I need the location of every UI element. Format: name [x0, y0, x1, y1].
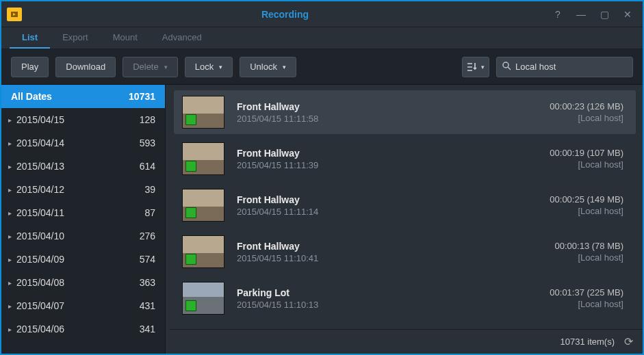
date-label: 2015/04/06 — [16, 324, 64, 334]
expand-icon: ▸ — [8, 279, 12, 287]
date-count: 431 — [140, 300, 155, 311]
date-count: 39 — [144, 184, 155, 195]
date-label: 2015/04/08 — [16, 277, 64, 288]
lock-button[interactable]: Lock ▾ — [185, 57, 233, 77]
recording-thumbnail — [182, 282, 224, 315]
date-label: 2015/04/09 — [16, 254, 64, 265]
statusbar: 10731 item(s) ⟳ — [170, 329, 643, 354]
recording-name: Front Hallway — [237, 101, 318, 112]
sidebar-date-item[interactable]: ▸2015/04/07431 — [1, 294, 165, 317]
delete-button[interactable]: Delete ▾ — [123, 57, 178, 77]
refresh-icon[interactable]: ⟳ — [624, 335, 633, 348]
date-label: 2015/04/14 — [16, 137, 64, 148]
recording-info: Front Hallway2015/04/15 11:11:58 — [237, 101, 318, 124]
search-input[interactable] — [515, 62, 627, 72]
chevron-down-icon: ▾ — [481, 64, 485, 70]
lock-label: Lock — [195, 62, 214, 72]
svg-point-3 — [503, 62, 508, 68]
expand-icon: ▸ — [8, 326, 12, 333]
sidebar-all-dates[interactable]: All Dates 10731 — [1, 85, 165, 108]
recording-row[interactable]: Front Hallway2015/04/15 11:11:1400:00:25… — [174, 183, 636, 227]
sidebar-date-item[interactable]: ▸2015/04/10276 — [1, 224, 165, 248]
recording-duration: 00:00:23 (126 MB) — [550, 101, 623, 111]
sidebar-date-item[interactable]: ▸2015/04/09574 — [1, 248, 165, 271]
window-controls: ? — ▢ ✕ — [548, 7, 637, 22]
recording-row[interactable]: Front Hallway2015/04/15 11:11:5800:00:23… — [174, 90, 636, 134]
tab-advanced[interactable]: Advanced — [150, 27, 214, 49]
date-count: 87 — [144, 207, 155, 218]
recording-thumbnail — [182, 189, 224, 222]
recording-timestamp: 2015/04/15 11:11:39 — [237, 160, 318, 170]
tabbar: ListExportMountAdvanced — [1, 27, 643, 49]
search-box[interactable] — [496, 57, 633, 77]
date-count: 341 — [140, 324, 155, 334]
date-label: 2015/04/12 — [16, 184, 64, 195]
recording-host: [Local host] — [550, 159, 623, 170]
window-title: Recording — [22, 9, 548, 20]
sidebar-date-item[interactable]: ▸2015/04/14593 — [1, 131, 165, 155]
sort-button[interactable]: ▾ — [462, 57, 489, 77]
date-label: 2015/04/10 — [16, 231, 64, 241]
close-icon[interactable]: ✕ — [618, 7, 637, 22]
tab-mount[interactable]: Mount — [101, 27, 150, 49]
chevron-down-icon: ▾ — [283, 64, 286, 70]
recording-info: Parking Lot2015/04/15 11:10:13 — [237, 287, 318, 310]
dates-sidebar: All Dates 10731 ▸2015/04/15128▸2015/04/1… — [1, 85, 166, 354]
recording-host: [Local host] — [550, 299, 623, 309]
unlock-label: Unlock — [250, 62, 277, 72]
status-indicator-icon — [185, 254, 196, 265]
unlock-button[interactable]: Unlock ▾ — [240, 57, 296, 77]
sidebar-date-item[interactable]: ▸2015/04/06341 — [1, 317, 165, 341]
recording-row[interactable]: Parking Lot2015/04/15 11:10:1300:01:37 (… — [174, 276, 636, 320]
recording-thumbnail — [182, 142, 224, 175]
recording-name: Front Hallway — [237, 148, 318, 159]
svg-line-4 — [508, 67, 511, 70]
expand-icon: ▸ — [8, 140, 12, 147]
date-count: 614 — [140, 161, 155, 172]
date-label: 2015/04/15 — [16, 114, 64, 125]
sidebar-date-item[interactable]: ▸2015/04/1187 — [1, 201, 165, 224]
recording-name: Parking Lot — [237, 287, 318, 298]
recording-row[interactable]: Front Hallway2015/04/15 11:11:3900:00:19… — [174, 137, 636, 181]
sidebar-date-item[interactable]: ▸2015/04/15128 — [1, 108, 165, 131]
sidebar-date-item[interactable]: ▸2015/04/1239 — [1, 178, 165, 201]
help-icon[interactable]: ? — [548, 7, 567, 22]
recording-meta: 00:00:13 (78 MB)[Local host] — [555, 241, 623, 263]
recording-duration: 00:00:19 (107 MB) — [550, 148, 623, 158]
expand-icon: ▸ — [8, 233, 12, 240]
all-dates-count: 10731 — [129, 91, 155, 102]
maximize-icon[interactable]: ▢ — [595, 7, 614, 22]
expand-icon: ▸ — [8, 116, 12, 124]
status-indicator-icon — [185, 114, 196, 125]
status-indicator-icon — [185, 161, 196, 172]
date-count: 128 — [140, 114, 155, 125]
app-icon — [7, 8, 22, 21]
recording-info: Front Hallway2015/04/15 11:11:39 — [237, 148, 318, 170]
recording-meta: 00:00:23 (126 MB)[Local host] — [550, 101, 623, 123]
download-button[interactable]: Download — [55, 57, 116, 77]
recording-row[interactable]: Front Hallway2015/04/15 11:10:4100:00:13… — [174, 230, 636, 274]
tab-list[interactable]: List — [10, 27, 50, 49]
delete-label: Delete — [133, 62, 159, 72]
recording-timestamp: 2015/04/15 11:10:41 — [237, 253, 318, 263]
search-icon — [502, 62, 511, 73]
recording-host: [Local host] — [555, 252, 623, 263]
status-indicator-icon — [185, 300, 196, 311]
tab-export[interactable]: Export — [50, 27, 101, 49]
expand-icon: ▸ — [8, 209, 12, 217]
sidebar-date-item[interactable]: ▸2015/04/13614 — [1, 155, 165, 178]
recording-thumbnail — [182, 96, 224, 129]
date-count: 363 — [140, 277, 155, 288]
date-label: 2015/04/11 — [16, 207, 64, 218]
recording-host: [Local host] — [550, 113, 623, 123]
sidebar-date-item[interactable]: ▸2015/04/08363 — [1, 271, 165, 294]
recording-info: Front Hallway2015/04/15 11:11:14 — [237, 194, 318, 217]
item-count: 10731 item(s) — [561, 337, 615, 347]
play-button[interactable]: Play — [11, 57, 49, 77]
recording-duration: 00:01:37 (225 MB) — [550, 287, 623, 298]
recording-timestamp: 2015/04/15 11:10:13 — [237, 300, 318, 310]
minimize-icon[interactable]: — — [571, 7, 591, 22]
date-count: 276 — [140, 231, 155, 241]
recording-meta: 00:00:25 (149 MB)[Local host] — [550, 194, 623, 216]
recording-timestamp: 2015/04/15 11:11:58 — [237, 114, 318, 124]
